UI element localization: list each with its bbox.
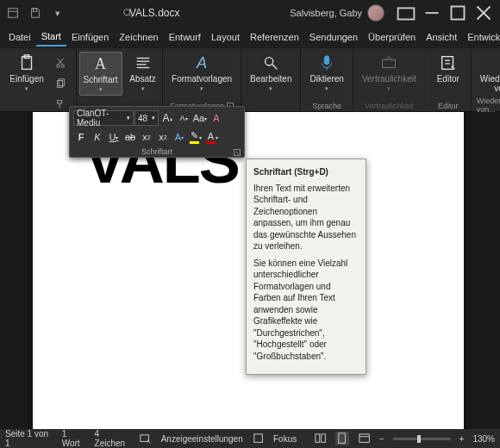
svg-point-13	[56, 65, 59, 68]
chevron-down-icon: ▾	[325, 85, 328, 92]
paste-button[interactable]: Einfügen ▾	[6, 52, 47, 94]
focus-label[interactable]: Fokus	[273, 434, 297, 444]
editor-icon	[439, 53, 458, 72]
user-name: Salvisberg, Gaby	[290, 8, 362, 18]
tab-start[interactable]: Start	[36, 28, 66, 47]
tab-zeichnen[interactable]: Zeichnen	[114, 28, 163, 46]
clear-format-icon[interactable]: A	[209, 110, 224, 126]
shrink-font-icon[interactable]: A▾	[176, 110, 191, 126]
zoom-level[interactable]: 130%	[472, 434, 495, 444]
group-schriftart: A Schriftart ▾ Absatz ▾ .	[77, 48, 163, 111]
group-bearbeiten: Bearbeiten ▾ .	[241, 48, 301, 111]
word-count[interactable]: 1 Wort	[62, 429, 86, 448]
styles-button[interactable]: A Formatvorlagen ▾	[168, 52, 235, 94]
menu-tabs: Datei Start Einfügen Zeichnen Entwurf La…	[0, 26, 500, 48]
tooltip-text: Sie können eine Vielzahl unterschiedlich…	[253, 258, 359, 363]
svg-rect-0	[9, 9, 18, 18]
page-indicator[interactable]: Seite 1 von 1	[5, 429, 53, 448]
change-case-icon[interactable]: Aa▾	[192, 110, 208, 126]
svg-rect-5	[398, 8, 415, 19]
strikethrough-icon[interactable]: ab	[122, 129, 138, 145]
grow-font-icon[interactable]: A▴	[159, 110, 175, 126]
svg-line-24	[272, 65, 278, 70]
paragraph-button[interactable]: Absatz ▾	[126, 52, 160, 94]
copy-icon[interactable]	[51, 74, 70, 93]
sensitivity-icon	[379, 53, 398, 72]
zoom-slider[interactable]	[393, 438, 451, 440]
underline-icon[interactable]: U▾	[106, 129, 122, 145]
print-layout-icon[interactable]	[335, 432, 348, 445]
tab-ansicht[interactable]: Ansicht	[421, 28, 462, 46]
tab-layout[interactable]: Layout	[206, 28, 245, 46]
focus-icon[interactable]	[252, 432, 265, 445]
tab-sendungen[interactable]: Sendungen	[304, 28, 363, 46]
save-icon[interactable]	[26, 3, 45, 22]
mini-toolbar: ClanOT-Mediu▾ 48▾ A▴ A▾ Aa▾ A F K U▾ ab …	[69, 106, 245, 158]
svg-rect-7	[452, 7, 465, 20]
mini-toolbar-label: Schriftart	[141, 147, 172, 156]
titlebar-menu-icon[interactable]	[3, 3, 22, 22]
tab-entwurf[interactable]: Entwurf	[164, 28, 206, 46]
svg-rect-34	[322, 434, 326, 443]
svg-rect-36	[359, 434, 369, 443]
format-painter-icon[interactable]	[51, 95, 70, 114]
svg-rect-32	[254, 434, 263, 443]
editor-button[interactable]: Editor	[431, 52, 466, 85]
text-effects-icon[interactable]: A▾	[172, 129, 187, 145]
reuse-files-button[interactable]: Wiederverwendung von Dateien	[477, 52, 500, 95]
dropdown-icon[interactable]: ▾	[48, 3, 67, 22]
maximize-button[interactable]	[445, 1, 471, 25]
tab-entwickler[interactable]: Entwickler	[462, 28, 500, 46]
svg-point-23	[266, 58, 273, 65]
tab-ueberpruefen[interactable]: Überprüfen	[363, 28, 421, 46]
ribbon-mode-icon[interactable]	[393, 1, 419, 25]
group-zwischenablage: Einfügen ▾ Zwischenablage	[0, 48, 77, 111]
group-editor: Editor Editor	[426, 48, 472, 111]
char-count[interactable]: 4 Zeichen	[95, 429, 131, 448]
paragraph-icon	[134, 53, 153, 72]
group-wiederverwendung: Wiederverwendung von Dateien Wiederverwe…	[472, 48, 500, 111]
edit-button[interactable]: Bearbeiten ▾	[247, 52, 295, 94]
font-size-select[interactable]: 48▾	[134, 110, 159, 126]
spellcheck-icon[interactable]	[139, 432, 152, 445]
svg-rect-2	[33, 9, 36, 12]
font-color-icon[interactable]: A▾	[204, 129, 220, 145]
tooltip-text: Ihren Text mit erweiterten Schriftart- u…	[253, 183, 359, 252]
sensitivity-button: Vertraulichkeit ▾	[359, 52, 420, 94]
font-button[interactable]: A Schriftart ▾	[79, 52, 122, 96]
tab-einfuegen[interactable]: Einfügen	[66, 28, 114, 46]
chevron-down-icon: ▾	[387, 85, 391, 92]
chevron-down-icon: ▾	[141, 85, 145, 92]
italic-icon[interactable]: K	[90, 129, 105, 145]
cut-icon[interactable]	[51, 53, 70, 72]
chevron-down-icon: ▾	[99, 86, 103, 93]
web-layout-icon[interactable]	[358, 432, 371, 445]
subscript-icon[interactable]: x2	[139, 129, 154, 145]
font-name-select[interactable]: ClanOT-Mediu▾	[73, 110, 134, 126]
minimize-button[interactable]	[419, 1, 445, 25]
svg-rect-15	[57, 81, 62, 88]
dialog-launcher-icon[interactable]	[234, 149, 241, 156]
svg-point-14	[61, 65, 65, 68]
superscript-icon[interactable]: x2	[155, 129, 171, 145]
tab-referenzen[interactable]: Referenzen	[245, 28, 304, 46]
chevron-down-icon: ▾	[200, 85, 203, 92]
zoom-out[interactable]: −	[379, 434, 384, 444]
tab-datei[interactable]: Datei	[3, 28, 36, 46]
close-button[interactable]	[471, 1, 497, 25]
user-avatar[interactable]	[367, 4, 384, 22]
font-icon: A	[91, 54, 110, 73]
paste-icon	[17, 53, 36, 72]
highlight-icon[interactable]: ✎▾	[188, 129, 203, 145]
svg-rect-33	[316, 434, 320, 443]
svg-rect-16	[59, 79, 64, 86]
svg-rect-35	[339, 433, 346, 443]
read-mode-icon[interactable]	[314, 432, 327, 445]
chevron-down-icon: ▾	[25, 85, 28, 92]
zoom-in[interactable]: +	[459, 434, 465, 444]
chevron-down-icon: ▾	[269, 85, 272, 92]
bold-icon[interactable]: F	[73, 129, 89, 145]
dictate-button[interactable]: Diktieren ▾	[306, 52, 347, 94]
svg-rect-27	[441, 57, 453, 70]
display-settings[interactable]: Anzeigeeinstellungen	[161, 434, 243, 444]
